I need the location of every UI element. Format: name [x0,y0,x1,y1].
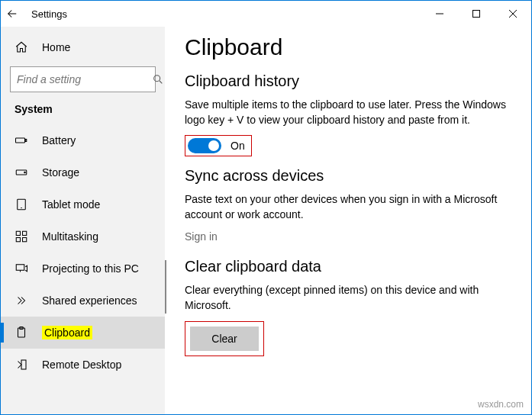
svg-rect-16 [16,265,24,271]
search-input[interactable] [17,73,152,85]
sidebar-item-multitasking[interactable]: Multitasking [1,220,165,253]
svg-rect-15 [23,238,27,242]
multitasking-icon [15,230,28,243]
svg-point-9 [24,172,26,173]
sync-heading: Sync across devices [185,167,511,185]
main-content: Clipboard Clipboard history Save multipl… [165,27,531,414]
sidebar-item-label: Projecting to this PC [42,262,139,275]
sidebar-item-shared-experiences[interactable]: Shared experiences [1,285,165,317]
home-label: Home [42,41,70,53]
clear-button[interactable]: Clear [190,327,259,351]
clear-heading: Clear clipboard data [185,258,511,275]
storage-icon [15,166,28,179]
clear-description: Clear everything (except pinned items) o… [185,283,511,313]
sidebar-item-clipboard[interactable]: Clipboard [1,317,165,349]
projecting-icon [15,262,28,275]
titlebar: Settings [1,1,531,27]
history-toggle[interactable] [188,138,221,153]
svg-rect-13 [23,231,27,235]
svg-rect-14 [16,238,20,242]
sidebar-item-label: Shared experiences [42,294,137,307]
sidebar-item-projecting[interactable]: Projecting to this PC [1,253,165,285]
sidebar: Home System Battery Storage Tablet [1,27,165,414]
maximize-button[interactable] [458,1,495,27]
svg-rect-6 [16,138,25,143]
minimize-button[interactable] [421,1,458,27]
sidebar-item-tablet-mode[interactable]: Tablet mode [1,188,165,220]
svg-rect-1 [473,11,480,18]
svg-line-5 [160,81,162,83]
history-description: Save multiple items to the clipboard to … [185,98,511,127]
sync-description: Paste text on your other devices when yo… [185,192,511,222]
home-link[interactable]: Home [1,33,165,62]
svg-point-4 [154,76,160,82]
sidebar-item-remote-desktop[interactable]: Remote Desktop [1,349,165,381]
search-box[interactable] [10,66,156,92]
back-button[interactable] [5,7,19,21]
sidebar-item-storage[interactable]: Storage [1,156,165,188]
battery-icon [15,134,28,147]
svg-rect-7 [25,140,27,142]
home-icon [15,40,28,54]
svg-rect-12 [16,231,20,235]
remote-desktop-icon [15,358,28,372]
close-button[interactable] [495,1,531,27]
clipboard-icon [15,326,28,339]
history-toggle-label: On [231,140,245,152]
sidebar-item-label: Remote Desktop [42,359,121,371]
window-title: Settings [31,8,67,20]
sidebar-item-label: Clipboard [42,326,92,339]
sidebar-section-title: System [1,103,165,124]
page-title: Clipboard [185,34,511,60]
tablet-icon [15,198,28,211]
signin-link[interactable]: Sign in [185,230,218,243]
search-icon [152,73,164,85]
sidebar-item-battery[interactable]: Battery [1,124,165,156]
sidebar-item-label: Storage [42,166,79,179]
history-toggle-row: On [185,135,252,156]
sidebar-item-label: Multitasking [42,230,98,243]
shared-icon [15,294,28,307]
sidebar-item-label: Tablet mode [42,198,100,211]
sidebar-item-label: Battery [42,134,76,146]
clear-button-highlight: Clear [185,321,264,356]
window-controls [421,1,531,27]
watermark: wsxdn.com [478,399,524,410]
svg-rect-19 [21,360,26,369]
history-heading: Clipboard history [185,72,511,90]
